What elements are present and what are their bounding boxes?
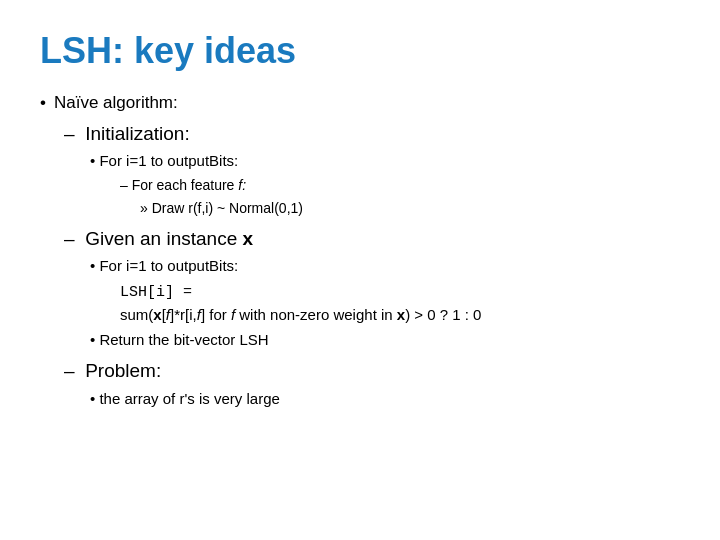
- dash-symbol: –: [64, 123, 80, 144]
- italic-f-2: f: [166, 306, 170, 323]
- lsh-line1: LSH[i] =: [120, 280, 680, 305]
- bold-x-1: x: [243, 228, 254, 249]
- dash-problem: – Problem:: [64, 357, 680, 386]
- italic-f-4: f: [231, 306, 235, 323]
- sub-bullet-return: • Return the bit-vector LSH: [90, 329, 680, 352]
- bullet-symbol: •: [40, 90, 46, 116]
- sub-bullet-array: • the array of r's is very large: [90, 388, 680, 411]
- dash-given: – Given an instance x: [64, 225, 680, 254]
- bold-x-3: x: [397, 306, 405, 323]
- draw-r: » Draw r(f,i) ~ Normal(0,1): [140, 198, 680, 219]
- sub-bullet-for-i2: • For i=1 to outputBits:: [90, 255, 680, 278]
- dash-symbol2: –: [64, 228, 80, 249]
- list-item: • Naïve algorithm:: [40, 90, 680, 116]
- lsh-mono: LSH[i] =: [120, 284, 192, 301]
- italic-f-3: f: [197, 306, 201, 323]
- sub-bullet-for-i: • For i=1 to outputBits:: [90, 150, 680, 173]
- init-label: Initialization:: [85, 123, 190, 144]
- sub-dash-feature: – For each feature f:: [120, 175, 680, 196]
- dash-init: – Initialization:: [64, 120, 680, 149]
- page-title: LSH: key ideas: [40, 30, 680, 72]
- page-container: LSH: key ideas • Naïve algorithm: – Init…: [40, 30, 680, 410]
- naive-label: Naïve algorithm:: [54, 90, 178, 116]
- lsh-line2: sum(x[f]*r[i,f] for f with non-zero weig…: [120, 304, 680, 327]
- problem-label: Problem:: [85, 360, 161, 381]
- content-area: • Naïve algorithm: – Initialization: • F…: [40, 90, 680, 410]
- bold-x-2: x: [153, 306, 161, 323]
- given-label: Given an instance x: [85, 228, 253, 249]
- italic-f: f:: [238, 177, 246, 193]
- dash-symbol3: –: [64, 360, 80, 381]
